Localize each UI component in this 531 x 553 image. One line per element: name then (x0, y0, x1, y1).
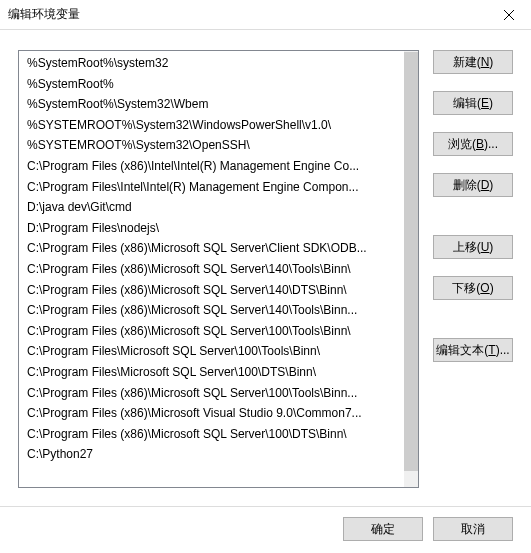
new-button[interactable]: 新建(N) (433, 50, 513, 74)
movedown-button[interactable]: 下移(O) (433, 276, 513, 300)
list-item[interactable]: %SystemRoot%\System32\Wbem (25, 94, 404, 115)
list-item[interactable]: C:\Program Files (x86)\Microsoft SQL Ser… (25, 321, 404, 342)
edittext-button[interactable]: 编辑文本(T)... (433, 338, 513, 362)
close-icon (504, 10, 514, 20)
list-item[interactable]: C:\Python27 (25, 444, 404, 465)
list-item[interactable]: C:\Program Files (x86)\Microsoft SQL Ser… (25, 383, 404, 404)
list-item[interactable]: %SystemRoot%\system32 (25, 53, 404, 74)
list-item[interactable]: %SystemRoot% (25, 74, 404, 95)
list-item[interactable]: C:\Program Files (x86)\Microsoft SQL Ser… (25, 300, 404, 321)
close-button[interactable] (486, 0, 531, 30)
footer: 确定 取消 (0, 506, 531, 553)
path-listbox[interactable]: %SystemRoot%\system32%SystemRoot%%System… (19, 51, 404, 487)
list-item[interactable]: C:\Program Files (x86)\Intel\Intel(R) Ma… (25, 156, 404, 177)
list-item[interactable]: C:\Program Files (x86)\Microsoft Visual … (25, 403, 404, 424)
browse-button[interactable]: 浏览(B)... (433, 132, 513, 156)
delete-button[interactable]: 删除(D) (433, 173, 513, 197)
list-item[interactable]: D:\Program Files\nodejs\ (25, 218, 404, 239)
list-item[interactable]: D:\java dev\Git\cmd (25, 197, 404, 218)
list-item[interactable]: %SYSTEMROOT%\System32\OpenSSH\ (25, 135, 404, 156)
list-item[interactable]: C:\Program Files (x86)\Microsoft SQL Ser… (25, 280, 404, 301)
content-area: %SystemRoot%\system32%SystemRoot%%System… (0, 30, 531, 498)
list-item[interactable]: %SYSTEMROOT%\System32\WindowsPowerShell\… (25, 115, 404, 136)
list-item[interactable]: C:\Program Files\Microsoft SQL Server\10… (25, 362, 404, 383)
cancel-button[interactable]: 取消 (433, 517, 513, 541)
list-item[interactable]: C:\Program Files (x86)\Microsoft SQL Ser… (25, 424, 404, 445)
window-title: 编辑环境变量 (8, 6, 80, 23)
list-item[interactable]: C:\Program Files (x86)\Microsoft SQL Ser… (25, 238, 404, 259)
moveup-button[interactable]: 上移(U) (433, 235, 513, 259)
titlebar: 编辑环境变量 (0, 0, 531, 30)
list-item[interactable]: C:\Program Files (x86)\Microsoft SQL Ser… (25, 259, 404, 280)
scrollbar[interactable] (404, 51, 418, 487)
list-item[interactable]: C:\Program Files\Intel\Intel(R) Manageme… (25, 177, 404, 198)
scroll-thumb[interactable] (404, 52, 418, 471)
side-buttons: 新建(N) 编辑(E) 浏览(B)... 删除(D) 上移(U) 下移(O) 编… (433, 50, 513, 488)
list-item[interactable]: C:\Program Files\Microsoft SQL Server\10… (25, 341, 404, 362)
ok-button[interactable]: 确定 (343, 517, 423, 541)
path-listbox-wrap: %SystemRoot%\system32%SystemRoot%%System… (18, 50, 419, 488)
edit-button[interactable]: 编辑(E) (433, 91, 513, 115)
